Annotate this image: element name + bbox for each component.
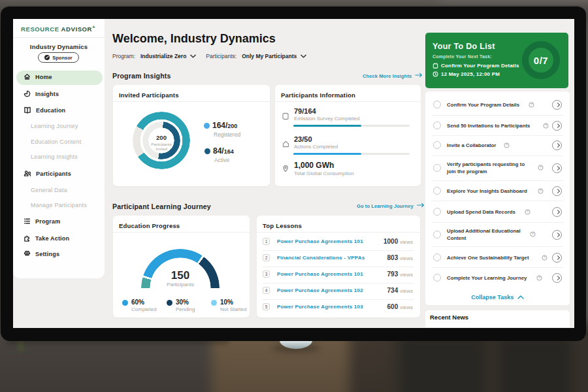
svg-text:?: ? xyxy=(532,232,534,236)
svg-text:?: ? xyxy=(544,255,546,259)
svg-text:?: ? xyxy=(506,143,508,147)
svg-text:?: ? xyxy=(531,103,532,106)
svg-text:?: ? xyxy=(545,123,547,127)
svg-text:?: ? xyxy=(540,165,542,169)
svg-text:?: ? xyxy=(540,189,542,193)
svg-text:?: ? xyxy=(527,210,529,214)
svg-text:?: ? xyxy=(538,276,540,280)
